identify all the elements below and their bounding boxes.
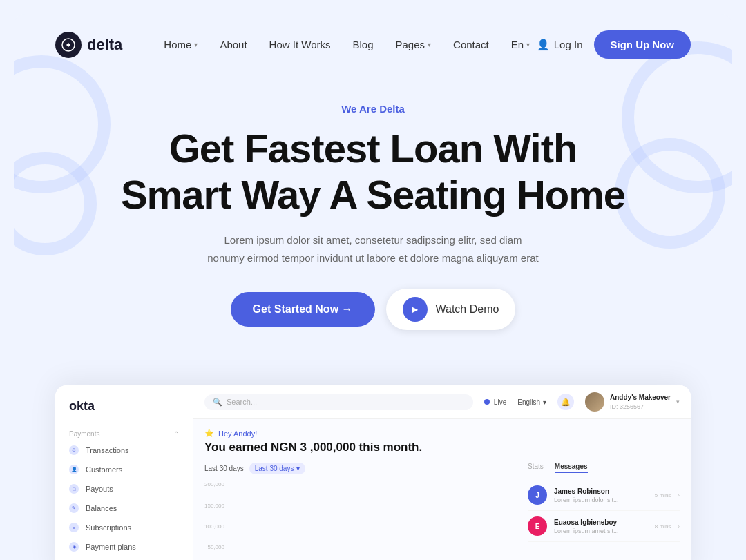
language-selector[interactable]: English ▾ — [517, 398, 546, 406]
chevron-down-icon-user: ▾ — [676, 398, 680, 405]
content-row: Last 30 days Last 30 days ▾ 200,000 150,… — [204, 463, 680, 560]
user-info: Anddy's Makeover ID: 3256567 — [610, 393, 671, 412]
nav-item-about[interactable]: About — [220, 39, 247, 50]
user-id: ID: 3256567 — [610, 403, 671, 412]
earning-text: You earned NGN 3 ,000,000 this month. — [204, 441, 680, 454]
dashboard-preview: okta Payments ⌃ ⊙ Transactions 👤 Custome… — [55, 385, 691, 560]
hero-section: We Are Delta Get Fastest Loan With Smart… — [14, 75, 732, 385]
message-time-2: 8 mins — [655, 523, 671, 530]
dashboard-search[interactable]: 🔍 Search... — [204, 394, 473, 410]
logo[interactable]: delta — [55, 32, 122, 58]
user-name: Anddy's Makeover — [610, 393, 671, 403]
get-started-button[interactable]: Get Started Now → — [231, 292, 375, 327]
expand-icon: ⌃ — [173, 430, 179, 438]
message-avatar-1: J — [528, 485, 547, 505]
live-dot — [484, 399, 490, 405]
greeting: ⭐ Hey Anddy! — [204, 429, 680, 438]
svg-point-1 — [67, 44, 70, 46]
bar-chart: 200,000 150,000 100,000 50,000 0 — [204, 481, 517, 560]
nav-item-home[interactable]: Home ▾ — [164, 39, 198, 50]
message-item-1[interactable]: J James Robinson Lorem ipsum dolor sit..… — [528, 480, 680, 511]
customers-icon: 👤 — [69, 465, 79, 474]
logo-icon — [55, 32, 82, 58]
search-icon: 🔍 — [213, 398, 222, 407]
login-button[interactable]: 👤 Log In — [537, 39, 583, 51]
sidebar-item-balances[interactable]: ✎ Balances — [55, 499, 193, 518]
nav-item-contact[interactable]: Contact — [453, 39, 489, 50]
live-indicator: Live — [484, 398, 506, 406]
chevron-down-icon-period: ▾ — [296, 465, 300, 472]
sidebar-item-customers[interactable]: 👤 Customers — [55, 460, 193, 479]
period-selector: Last 30 days Last 30 days ▾ — [204, 463, 517, 474]
dashboard-main: 🔍 Search... Live English ▾ 🔔 — [193, 385, 691, 560]
dashboard-logo: okta — [55, 396, 193, 425]
chevron-down-icon: ▾ — [194, 41, 198, 48]
page-wrapper: delta Home ▾ About How It Works Blog Pag… — [14, 14, 732, 560]
chevron-down-icon-lang: ▾ — [526, 41, 530, 48]
hero-buttons: Get Started Now → ▶ Watch Demo — [55, 289, 691, 330]
star-icon: ⭐ — [204, 429, 214, 438]
sidebar-item-transactions[interactable]: ⊙ Transactions — [55, 441, 193, 460]
period-pill[interactable]: Last 30 days ▾ — [249, 463, 306, 474]
navbar: delta Home ▾ About How It Works Blog Pag… — [14, 14, 732, 75]
dashboard-topbar: 🔍 Search... Live English ▾ 🔔 — [193, 385, 691, 419]
nav-item-language[interactable]: En ▾ — [511, 39, 530, 50]
chart-y-axis: 200,000 150,000 100,000 50,000 0 — [204, 481, 224, 560]
message-info-2: Euaosa Igbieneboy Lorem ipsum amet sit..… — [554, 519, 648, 534]
chevron-down-icon-lang2: ▾ — [543, 398, 546, 406]
message-avatar-2: E — [528, 516, 547, 536]
sidebar-item-subscriptions[interactable]: ≡ Subscriptions — [55, 518, 193, 537]
sidebar-item-payouts[interactable]: □ Payouts — [55, 479, 193, 499]
message-text-1: Lorem ipsum dolor sit... — [554, 496, 644, 503]
nav-item-pages[interactable]: Pages ▾ — [396, 39, 432, 50]
transactions-icon: ⊙ — [69, 445, 79, 455]
dashboard-body: ⭐ Hey Anddy! You earned NGN 3 ,000,000 t… — [193, 419, 691, 560]
hero-subtitle: Lorem ipsum dolor sit amet, consetetur s… — [207, 231, 539, 267]
payouts-icon: □ — [69, 484, 79, 494]
nav-item-blog[interactable]: Blog — [352, 39, 373, 50]
messages-panel: Stats Messages J James Robinson Lorem ip… — [528, 463, 680, 560]
hero-tag: We Are Delta — [55, 103, 691, 115]
chevron-right-icon-2: › — [678, 523, 680, 530]
subscriptions-icon: ≡ — [69, 523, 79, 532]
message-name-2: Euaosa Igbieneboy — [554, 519, 648, 526]
tab-stats[interactable]: Stats — [528, 463, 544, 473]
dashboard-sidebar: okta Payments ⌃ ⊙ Transactions 👤 Custome… — [55, 385, 193, 560]
payments-section-label: Payments ⌃ — [55, 425, 193, 441]
signup-button[interactable]: Sign Up Now — [594, 30, 691, 59]
chevron-down-icon-pages: ▾ — [428, 41, 431, 48]
user-profile: Anddy's Makeover ID: 3256567 ▾ — [585, 392, 680, 412]
watch-demo-button[interactable]: ▶ Watch Demo — [386, 289, 516, 330]
message-text-2: Lorem ipsum amet sit... — [554, 528, 644, 534]
sidebar-item-payment-plans[interactable]: ◈ Payment plans — [55, 537, 193, 557]
message-info-1: James Robinson Lorem ipsum dolor sit... — [554, 487, 648, 503]
payment-plans-icon: ◈ — [69, 542, 79, 552]
message-time-1: 5 mins — [655, 492, 671, 499]
play-icon: ▶ — [403, 297, 428, 322]
nav-links: Home ▾ About How It Works Blog Pages ▾ C… — [164, 39, 536, 50]
hero-title: Get Fastest Loan With Smart Way A Seatin… — [55, 126, 691, 218]
notification-bell[interactable]: 🔔 — [557, 394, 574, 410]
chevron-right-icon-1: › — [678, 492, 680, 499]
dashboard-inner: okta Payments ⌃ ⊙ Transactions 👤 Custome… — [55, 385, 691, 560]
logo-text: delta — [87, 36, 122, 54]
message-item-2[interactable]: E Euaosa Igbieneboy Lorem ipsum amet sit… — [528, 511, 680, 542]
chart-area: Last 30 days Last 30 days ▾ 200,000 150,… — [204, 463, 517, 560]
message-name-1: James Robinson — [554, 487, 648, 495]
avatar — [585, 392, 604, 412]
user-icon: 👤 — [537, 39, 550, 51]
nav-actions: 👤 Log In Sign Up Now — [537, 30, 691, 59]
balances-icon: ✎ — [69, 503, 79, 513]
panel-tabs: Stats Messages — [528, 463, 680, 473]
tab-messages[interactable]: Messages — [555, 463, 588, 473]
nav-item-how-it-works[interactable]: How It Works — [269, 39, 331, 50]
